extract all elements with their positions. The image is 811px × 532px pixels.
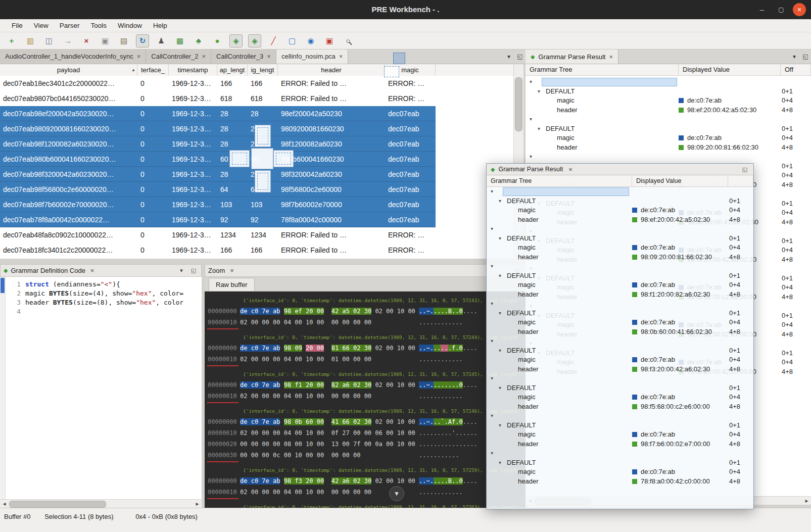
chevron-down-icon[interactable]: ▾: [491, 449, 496, 458]
close-icon[interactable]: ×: [90, 267, 94, 274]
scroll-left-icon[interactable]: ◀: [1, 501, 8, 507]
leaf-icon[interactable]: ●: [211, 34, 224, 47]
chevron-down-icon[interactable]: ▾: [538, 87, 543, 96]
hex-viewer[interactable]: {'interface_id': 0, 'timestamp': datetim…: [205, 292, 526, 508]
float-window-titlebar[interactable]: ◆ Grammar Parse Result × ◱: [487, 164, 753, 175]
tree-root-row[interactable]: ▾: [487, 262, 753, 271]
tree-field-header[interactable]: header98:09:20:00:81:66:02:304+8: [487, 253, 753, 262]
tree-field-magic[interactable]: magicde:c0:7e:ab0+4: [487, 430, 753, 440]
chevron-down-icon[interactable]: ▾: [491, 224, 496, 234]
table-row[interactable]: dec07eab98ef200042a50230020…01969-12-3…2…: [0, 106, 436, 121]
dock-guide-tab-icon[interactable]: [384, 66, 399, 77]
tree-field-header[interactable]: header98:f3:20:00:42:a6:02:304+8: [487, 365, 753, 374]
grammar-code-editor[interactable]: 1struct (endianness="<"){2magic BYTES(si…: [6, 277, 202, 499]
column-header-iglengt[interactable]: ig_lengt: [248, 64, 278, 76]
column-displayed-value[interactable]: Displayed Value: [679, 64, 781, 75]
hex-row[interactable]: 00000000de c0 7e ab 98 09 20 00 81 66 02…: [205, 343, 526, 354]
dock-guide-right-icon[interactable]: [273, 150, 294, 167]
chevron-down-icon[interactable]: ▾: [491, 262, 496, 271]
chevron-down-icon[interactable]: ▾: [491, 187, 496, 197]
save-icon[interactable]: ◫: [42, 34, 56, 47]
chevron-down-icon[interactable]: ▾: [499, 458, 504, 468]
panel-menu-icon[interactable]: ▾: [177, 267, 186, 274]
chevron-down-icon[interactable]: ▾: [499, 271, 504, 281]
menu-item-file[interactable]: File: [6, 19, 28, 32]
tree-node-default[interactable]: ▾DEFAULT0+1: [487, 309, 753, 318]
menu-item-view[interactable]: View: [28, 19, 54, 32]
scroll-right-icon[interactable]: ▶: [194, 501, 201, 507]
tree-root-row[interactable]: ▾: [526, 77, 811, 87]
hex-row[interactable]: 0000001002 00 00 00 04 00 10 00 00 00 00…: [205, 391, 526, 402]
tree-field-header[interactable]: header98:ef:20:00:42:a5:02:304+8: [526, 106, 811, 115]
titlebar[interactable]: PRE Workbench - . – ▢ ×: [0, 0, 811, 19]
table-row[interactable]: dec07eab980b600041660230020…01969-12-3…6…: [0, 152, 436, 167]
column-header-terface[interactable]: terface_: [137, 64, 169, 76]
tree-field-header[interactable]: header98:ef:20:00:42:a5:02:304+8: [487, 215, 753, 225]
search-icon[interactable]: ○: [342, 34, 355, 47]
code-horizontal-scrollbar[interactable]: ◀ ▶: [0, 499, 202, 508]
tree-root-row[interactable]: ▾: [526, 152, 811, 162]
tab-document-0[interactable]: AudioController_1_handleVocoderInfo_sync…: [0, 50, 146, 64]
tree-field-header[interactable]: header98:f1:20:00:82:a6:02:304+8: [487, 290, 753, 300]
chevron-down-icon[interactable]: ▾: [491, 411, 496, 421]
column-header-payload[interactable]: payload▲: [0, 64, 137, 76]
tree-node-default[interactable]: ▾DEFAULT0+1: [487, 383, 753, 393]
chevron-down-icon[interactable]: ▾: [499, 309, 504, 318]
new-file-icon[interactable]: +: [5, 34, 18, 47]
hex-row[interactable]: 00000000de c0 7e ab 98 f3 20 00 42 a6 02…: [205, 475, 526, 487]
menu-item-parser[interactable]: Parser: [54, 19, 85, 32]
menu-item-help[interactable]: Help: [148, 19, 173, 32]
tree-field-magic[interactable]: magicde:c0:7e:ab0+4: [487, 355, 753, 365]
scrollbar-thumb[interactable]: [9, 501, 106, 508]
camera-icon[interactable]: ▣: [323, 34, 336, 47]
grammar-icon-1[interactable]: ◈: [229, 34, 243, 47]
tree-root-row[interactable]: ▾: [487, 449, 753, 458]
column-header-aplengt[interactable]: ap_lengt: [217, 64, 248, 76]
table-row[interactable]: dec07eab78f8a00042c0000022…01969-12-3…92…: [0, 212, 436, 227]
window-icon[interactable]: ▢: [285, 34, 299, 47]
hex-row[interactable]: 0000001002 00 00 00 04 00 10 00 01 00 00…: [205, 354, 526, 365]
table-row[interactable]: dec07eab98f7b60002e70000020…01969-12-3…1…: [0, 197, 436, 212]
chevron-down-icon[interactable]: ▾: [530, 77, 535, 87]
image-icon[interactable]: ▦: [173, 34, 186, 47]
code-line[interactable]: 3header BYTES(size=(8), show="hex", colo…: [6, 298, 202, 307]
scroll-down-button[interactable]: ▼: [389, 486, 404, 501]
dock-guide-left-icon[interactable]: [229, 150, 250, 167]
tree-field-magic[interactable]: magicde:c0:7e:ab0+4: [526, 133, 811, 143]
table-row[interactable]: dec07eab18fc3401c2c20000022…01969-12-3…1…: [0, 243, 436, 258]
hex-row[interactable]: 00000000de c0 7e ab 98 0b 60 00 41 66 02…: [205, 416, 526, 427]
close-icon[interactable]: ×: [267, 50, 271, 64]
column-header-header[interactable]: header: [278, 64, 385, 76]
dock-guide-top-icon[interactable]: [255, 125, 271, 147]
column-grammar-tree[interactable]: Grammar Tree: [487, 176, 632, 186]
chevron-down-icon[interactable]: ▾: [491, 299, 496, 309]
code-line[interactable]: 4: [6, 307, 202, 316]
cut-icon[interactable]: ×: [80, 34, 93, 47]
tree-node-default[interactable]: ▾DEFAULT0+1: [487, 197, 753, 206]
hex-row[interactable]: 0000001002 00 00 00 04 00 10 00 00 00 00…: [205, 487, 526, 498]
column-displayed-value[interactable]: Displayed Value: [632, 176, 728, 186]
dock-guide-bottom-icon[interactable]: [255, 170, 271, 192]
tab-document-2[interactable]: CallController_3×: [211, 50, 276, 64]
chevron-down-icon[interactable]: ▾: [491, 336, 496, 346]
floating-grammar-parse-window[interactable]: ◆ Grammar Parse Result × ◱ Grammar Tree …: [486, 163, 754, 509]
tree-field-header[interactable]: header98:0b:60:00:41:66:02:304+8: [487, 327, 753, 337]
column-offset[interactable]: Off: [781, 64, 811, 75]
chevron-down-icon[interactable]: ▾: [491, 374, 496, 383]
tree-field-header[interactable]: header98:f7:b6:00:02:e7:00:004+8: [487, 440, 753, 449]
close-icon[interactable]: ×: [568, 166, 573, 173]
tab-document-3[interactable]: cellinfo_nosim.pca×: [276, 50, 349, 64]
export-icon[interactable]: →: [61, 34, 74, 47]
tree-node-default[interactable]: ▾DEFAULT0+1: [487, 421, 753, 430]
code-line[interactable]: 2magic BYTES(size=(4), show="hex", color…: [6, 289, 202, 298]
tree-field-magic[interactable]: magicde:c0:7e:ab0+4: [487, 318, 753, 327]
table-row[interactable]: dec07eab98f56800c2e60000020…01969-12-3…6…: [0, 182, 436, 197]
marker-icon[interactable]: ╱: [267, 34, 280, 47]
tree-field-header[interactable]: header98:f5:68:00:c2:e6:00:004+8: [487, 402, 753, 412]
close-icon[interactable]: ×: [609, 53, 613, 61]
table-row[interactable]: dec07eab98f1200082a60230020…01969-12-3…2…: [0, 136, 436, 152]
reload-icon[interactable]: ↻: [136, 34, 149, 47]
tree-icon[interactable]: ♣: [192, 34, 205, 47]
close-icon[interactable]: ×: [230, 267, 234, 274]
tree-root-row[interactable]: ▾: [487, 374, 753, 383]
